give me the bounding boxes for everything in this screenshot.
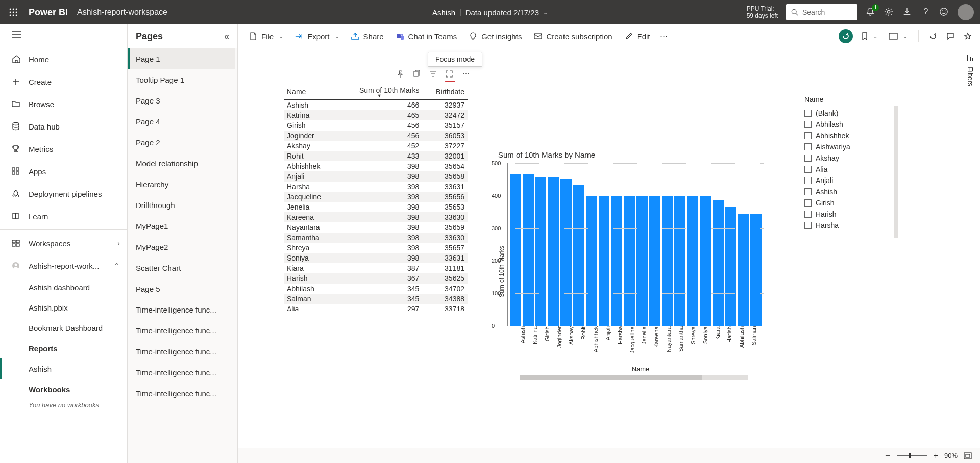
page-tab[interactable]: Time-intelligence func... xyxy=(128,299,235,320)
table-row[interactable]: Samantha39833630 xyxy=(284,233,468,243)
nav-workspaces[interactable]: Workspaces› xyxy=(0,232,127,254)
page-tab[interactable]: Page 4 xyxy=(128,111,235,132)
file-menu[interactable]: File⌄ xyxy=(244,29,288,44)
table-row[interactable]: Kiara38731181 xyxy=(284,263,468,273)
checkbox[interactable] xyxy=(804,143,812,150)
app-launcher-icon[interactable] xyxy=(6,5,20,19)
bar[interactable] xyxy=(560,179,572,326)
bar[interactable] xyxy=(738,214,749,326)
zoom-out-button[interactable]: − xyxy=(885,450,891,461)
help-icon[interactable]: ? xyxy=(921,7,931,17)
bar[interactable] xyxy=(548,177,559,326)
edit-button[interactable]: Edit xyxy=(620,29,655,44)
table-row[interactable]: Joginder45636053 xyxy=(284,131,468,141)
search-input[interactable]: Search xyxy=(786,4,857,20)
checkbox[interactable] xyxy=(804,110,812,117)
fit-page-icon[interactable] xyxy=(964,452,972,459)
bar[interactable] xyxy=(510,174,521,326)
export-menu[interactable]: Export⌄ xyxy=(290,29,344,44)
col-name[interactable]: Name xyxy=(284,84,336,100)
bar[interactable] xyxy=(535,177,547,326)
share-button[interactable]: Share xyxy=(346,29,389,44)
bar[interactable] xyxy=(750,214,762,326)
page-tab[interactable]: Time-intelligence func... xyxy=(128,320,235,341)
page-tab[interactable]: Page 1 xyxy=(128,48,235,69)
bar-chart-visual[interactable]: Sum of 10th Marks by Name Sum of 10th Ma… xyxy=(498,150,764,380)
page-tab[interactable]: Time-intelligence func... xyxy=(128,341,235,362)
table-row[interactable]: Katrina46532472 xyxy=(284,110,468,120)
page-tab[interactable]: Model relationship xyxy=(128,153,235,174)
checkbox[interactable] xyxy=(804,199,812,207)
slicer-option[interactable]: Aishwariya xyxy=(804,141,886,152)
reset-button[interactable] xyxy=(839,29,853,43)
name-slicer[interactable]: Name (Blank)AbhilashAbhishhekAishwariyaA… xyxy=(804,95,886,231)
page-tab[interactable]: Hierarchy xyxy=(128,174,235,195)
favorite-icon[interactable] xyxy=(962,30,974,42)
table-row[interactable]: Alia29733718 xyxy=(284,304,468,311)
table-row[interactable]: Shreya39835657 xyxy=(284,243,468,253)
feedback-icon[interactable] xyxy=(939,7,949,17)
collapse-pages-icon[interactable]: « xyxy=(224,31,229,42)
page-tab[interactable]: Page 5 xyxy=(128,278,235,299)
page-tab[interactable]: Page 2 xyxy=(128,132,235,153)
nav-create[interactable]: Create xyxy=(0,70,127,93)
nav-browse[interactable]: Browse xyxy=(0,93,127,115)
slicer-option[interactable]: Harish xyxy=(804,209,886,220)
ws-item-workbooks[interactable]: Workbooks xyxy=(0,379,127,399)
slicer-option[interactable]: Alia xyxy=(804,164,886,175)
slicer-option[interactable]: (Blank) xyxy=(804,108,886,119)
table-row[interactable]: Ashish46632937 xyxy=(284,100,468,111)
zoom-in-button[interactable]: + xyxy=(934,451,938,460)
checkbox[interactable] xyxy=(804,121,812,128)
bar[interactable] xyxy=(713,200,724,326)
slicer-option[interactable]: Ashish xyxy=(804,186,886,197)
comment-icon[interactable] xyxy=(944,30,957,42)
ws-item-ashish-pbix[interactable]: Ashish.pbix xyxy=(0,297,127,318)
nav-deployment-pipelines[interactable]: Deployment pipelines xyxy=(0,183,127,205)
checkbox[interactable] xyxy=(804,166,812,173)
chat-teams-button[interactable]: Chat in Teams xyxy=(391,29,462,44)
slicer-option[interactable]: Harsha xyxy=(804,220,886,231)
bookmark-menu[interactable]: ⌄ xyxy=(858,30,880,42)
bar[interactable] xyxy=(523,174,534,326)
chart-x-scrollbar[interactable] xyxy=(520,375,748,380)
checkbox[interactable] xyxy=(804,132,812,139)
table-row[interactable]: Nayantara39835659 xyxy=(284,222,468,233)
table-row[interactable]: Jacqueline39835656 xyxy=(284,192,468,202)
ws-item-ashish-dashboard[interactable]: Ashish dashboard xyxy=(0,277,127,297)
table-row[interactable]: Akshay45237227 xyxy=(284,141,468,151)
data-updated-label[interactable]: Data updated 2/17/23 xyxy=(465,8,539,17)
page-tab[interactable]: Time-intelligence func... xyxy=(128,383,235,404)
nav-current-workspace[interactable]: Ashish-report-work...⌃ xyxy=(0,254,127,277)
checkbox[interactable] xyxy=(804,177,812,184)
bar[interactable] xyxy=(573,185,584,326)
avatar[interactable] xyxy=(958,4,974,20)
table-row[interactable]: Harsha39833631 xyxy=(284,182,468,192)
nav-data-hub[interactable]: Data hub xyxy=(0,115,127,138)
table-row[interactable]: Jenelia39835653 xyxy=(284,202,468,212)
col-birthdate[interactable]: Birthdate xyxy=(422,84,468,100)
slicer-option[interactable]: Abhilash xyxy=(804,119,886,130)
slicer-option[interactable]: Anjali xyxy=(804,175,886,186)
page-tab[interactable]: MyPage2 xyxy=(128,237,235,258)
download-icon[interactable] xyxy=(902,7,913,17)
table-row[interactable]: Anjali39835658 xyxy=(284,171,468,182)
ws-item-ashish[interactable]: Ashish xyxy=(0,358,127,379)
nav-home[interactable]: Home xyxy=(0,48,127,70)
visual-more-icon[interactable]: ⋯ xyxy=(461,70,471,79)
nav-learn[interactable]: Learn xyxy=(0,205,127,227)
nav-apps[interactable]: Apps xyxy=(0,160,127,183)
page-tab[interactable]: MyPage1 xyxy=(128,216,235,237)
ws-item-reports[interactable]: Reports xyxy=(0,338,127,358)
table-visual[interactable]: Name Sum of 10th Marks▼ Birthdate Ashish… xyxy=(284,84,478,311)
chevron-down-icon[interactable]: ⌄ xyxy=(543,9,548,16)
more-options-icon[interactable]: ⋯ xyxy=(657,29,671,44)
checkbox[interactable] xyxy=(804,222,812,229)
page-tab[interactable]: Scatter Chart xyxy=(128,258,235,278)
subscribe-button[interactable]: Create subscription xyxy=(529,29,617,44)
table-row[interactable]: Harish36735625 xyxy=(284,273,468,284)
checkbox[interactable] xyxy=(804,188,812,195)
table-row[interactable]: Salman34534388 xyxy=(284,294,468,304)
focus-mode-icon[interactable] xyxy=(445,70,454,79)
page-tab[interactable]: Page 3 xyxy=(128,90,235,111)
